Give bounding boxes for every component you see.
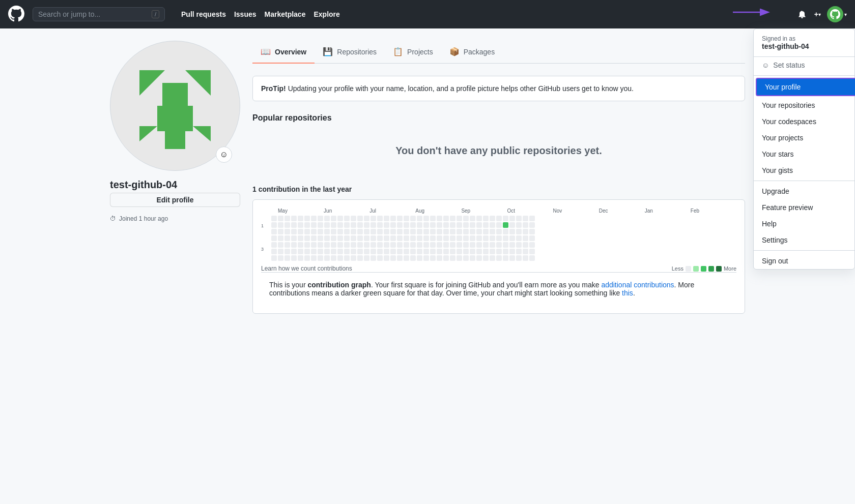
contrib-day xyxy=(324,235,330,241)
contrib-day xyxy=(450,235,455,241)
edit-profile-button[interactable]: Edit profile xyxy=(110,193,240,207)
settings-label: Settings xyxy=(762,236,788,244)
contrib-day xyxy=(509,216,515,221)
dropdown-your-gists[interactable]: Your gists xyxy=(754,162,854,179)
dropdown-your-projects[interactable]: Your projects xyxy=(754,130,854,146)
learn-contributions-link[interactable]: Learn how we count contributions xyxy=(261,265,352,272)
tab-packages[interactable]: 📦 Packages xyxy=(441,41,503,64)
contrib-day xyxy=(291,216,297,221)
contrib-day xyxy=(417,222,422,228)
contrib-day xyxy=(351,255,356,261)
contrib-day xyxy=(357,216,363,221)
contrib-day xyxy=(298,235,303,241)
month-dec: Dec xyxy=(599,208,645,214)
new-repo-button[interactable]: + ▾ xyxy=(812,8,823,20)
contrib-day xyxy=(417,229,422,234)
dropdown-your-repositories[interactable]: Your repositories xyxy=(754,97,854,113)
contrib-day xyxy=(284,255,290,261)
tab-repositories[interactable]: 💾 Repositories xyxy=(315,41,385,64)
contrib-day xyxy=(523,229,528,234)
dropdown-divider-2 xyxy=(754,181,854,181)
contrib-day xyxy=(443,242,449,248)
contrib-day xyxy=(417,216,422,221)
dropdown-feature-preview[interactable]: Feature preview xyxy=(754,199,854,216)
notifications-button[interactable] xyxy=(796,8,808,20)
contrib-day xyxy=(490,222,495,228)
dropdown-your-profile[interactable]: Your profile xyxy=(756,78,855,96)
contrib-day xyxy=(311,249,317,254)
page-content: ☺ test-github-04 Edit profile ⏱ Joined 1… xyxy=(102,28,753,326)
contrib-day xyxy=(397,216,403,221)
contrib-day xyxy=(298,249,303,254)
contrib-day xyxy=(463,216,469,221)
set-avatar-emoji-button[interactable]: ☺ xyxy=(216,146,232,163)
nav-issues[interactable]: Issues xyxy=(234,10,256,18)
contrib-day xyxy=(324,242,330,248)
dropdown-upgrade[interactable]: Upgrade xyxy=(754,183,854,199)
contrib-day xyxy=(516,255,522,261)
legend-box-4 xyxy=(716,266,722,272)
contrib-day xyxy=(384,229,389,234)
contrib-day xyxy=(377,255,383,261)
contrib-day xyxy=(331,235,336,241)
contrib-day xyxy=(344,222,350,228)
dropdown-your-codespaces[interactable]: Your codespaces xyxy=(754,113,854,130)
dropdown-help[interactable]: Help xyxy=(754,216,854,232)
contrib-day xyxy=(337,235,343,241)
contrib-day xyxy=(476,249,482,254)
contrib-day xyxy=(318,235,323,241)
contrib-day xyxy=(496,216,502,221)
contrib-day xyxy=(384,216,389,221)
contrib-day xyxy=(304,235,310,241)
tab-overview[interactable]: 📖 Overview xyxy=(252,41,315,64)
contrib-week xyxy=(529,216,535,261)
contrib-week xyxy=(318,216,323,261)
contrib-day xyxy=(470,255,475,261)
dropdown-username: test-github-04 xyxy=(762,42,846,50)
nav-explore[interactable]: Explore xyxy=(314,10,339,18)
contrib-day xyxy=(397,229,403,234)
nav-avatar[interactable] xyxy=(827,6,843,22)
example-link[interactable]: this xyxy=(622,289,633,297)
contrib-day xyxy=(331,242,336,248)
popular-repos-section: Popular repositories You don't have any … xyxy=(252,113,745,173)
contrib-day xyxy=(437,249,442,254)
additional-contributions-link[interactable]: additional contributions xyxy=(601,281,674,289)
contrib-day xyxy=(318,255,323,261)
user-menu-trigger[interactable]: ▾ xyxy=(827,6,847,22)
dropdown-divider-1 xyxy=(754,75,854,76)
search-bar[interactable]: Search or jump to... / xyxy=(33,7,165,21)
nav-pull-requests[interactable]: Pull requests xyxy=(181,10,226,18)
contrib-week xyxy=(523,216,528,261)
contrib-day xyxy=(423,216,429,221)
contrib-day xyxy=(337,255,343,261)
contrib-week xyxy=(457,216,462,261)
contrib-day xyxy=(304,242,310,248)
contrib-day xyxy=(476,222,482,228)
set-status-button[interactable]: ☺ Set status xyxy=(754,57,854,73)
tab-projects[interactable]: 📋 Projects xyxy=(385,41,441,64)
contrib-day xyxy=(357,249,363,254)
dropdown-sign-out[interactable]: Sign out xyxy=(754,253,854,269)
contrib-day xyxy=(430,249,436,254)
your-repos-label: Your repositories xyxy=(762,101,815,109)
nav-marketplace[interactable]: Marketplace xyxy=(265,10,306,18)
contrib-day xyxy=(496,229,502,234)
contrib-day xyxy=(463,249,469,254)
contrib-day xyxy=(483,235,489,241)
dropdown-your-stars[interactable]: Your stars xyxy=(754,146,854,162)
dropdown-settings[interactable]: Settings xyxy=(754,232,854,248)
book-icon: 📖 xyxy=(261,47,271,56)
github-logo[interactable] xyxy=(8,6,24,23)
contrib-day xyxy=(457,255,462,261)
svg-rect-5 xyxy=(162,83,188,108)
dropdown-header: Signed in as test-github-04 xyxy=(754,29,854,57)
contrib-day xyxy=(377,222,383,228)
contrib-day xyxy=(311,222,317,228)
contrib-week xyxy=(463,216,469,261)
contrib-day xyxy=(417,249,422,254)
contrib-day xyxy=(523,255,528,261)
contrib-day xyxy=(304,222,310,228)
contrib-day xyxy=(529,222,535,228)
contrib-day xyxy=(476,255,482,261)
